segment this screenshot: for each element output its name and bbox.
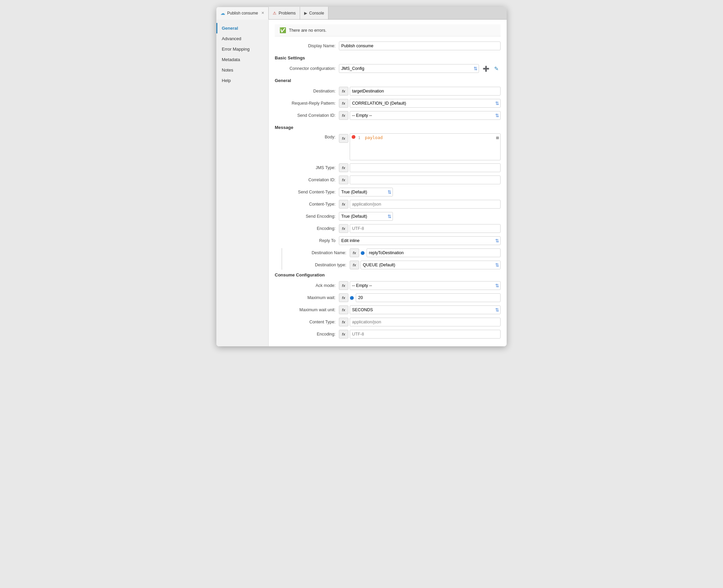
correlation-id-control: fx	[339, 175, 501, 184]
sidebar: General Advanced Error Mapping Metadata …	[216, 20, 269, 346]
ack-mode-select-wrap: -- Empty -- ⇅	[350, 281, 501, 290]
connector-config-select-wrap: JMS_Config ⇅	[339, 64, 479, 73]
sidebar-item-advanced[interactable]: Advanced	[216, 34, 268, 44]
destination-name-fx-button[interactable]: fx	[350, 248, 359, 257]
send-correlation-row: Send Correlation ID: fx -- Empty -- ⇅	[275, 111, 501, 120]
ack-mode-fx-button[interactable]: fx	[339, 281, 348, 290]
connector-config-label: Connector configuration:	[275, 66, 339, 71]
tab-bar: ☁ Publish consume ✕ ⚠ Problems ▶ Console	[216, 7, 507, 20]
destination-type-select[interactable]: QUEUE (Default)	[361, 260, 501, 269]
ack-mode-select[interactable]: -- Empty --	[350, 281, 501, 290]
body-ml-icon: 🔴	[352, 135, 356, 140]
tab-problems-label: Problems	[278, 11, 296, 16]
content-type2-control: fx	[339, 318, 501, 327]
content-type-fx-button[interactable]: fx	[339, 200, 348, 209]
send-content-type-label: Send Content-Type:	[275, 190, 339, 194]
tab-console[interactable]: ▶ Console	[300, 7, 328, 19]
status-bar: ✅ There are no errors.	[275, 24, 501, 37]
body-expand-icon[interactable]: ⊞	[496, 135, 499, 141]
destination-type-select-wrap: QUEUE (Default) ⇅	[361, 260, 501, 269]
content-type-input[interactable]	[350, 200, 501, 209]
encoding2-input[interactable]	[350, 330, 501, 339]
max-wait-fx-button[interactable]: fx	[339, 293, 348, 302]
send-correlation-select[interactable]: -- Empty --	[350, 111, 501, 120]
send-encoding-row: Send Encoding: True (Default) ⇅	[275, 212, 501, 221]
send-encoding-control: True (Default) ⇅	[339, 212, 501, 221]
max-wait-row: Maximum wait: fx 🔵	[275, 293, 501, 302]
destination-type-row: Destination type: fx QUEUE (Default) ⇅	[285, 260, 501, 270]
body-row: Body: fx 🔴 1 payload ⊞	[275, 133, 501, 160]
display-name-input[interactable]	[339, 42, 501, 50]
main-area: General Advanced Error Mapping Metadata …	[216, 20, 507, 346]
add-connector-button[interactable]: ➕	[482, 64, 490, 73]
send-correlation-control: fx -- Empty -- ⇅	[339, 111, 501, 120]
destination-label: Destination:	[275, 89, 339, 93]
display-name-row: Display Name:	[275, 41, 501, 50]
send-encoding-select-wrap: True (Default) ⇅	[339, 212, 393, 221]
max-wait-unit-select[interactable]: SECONDS	[350, 306, 501, 314]
ack-mode-row: Ack mode: fx -- Empty -- ⇅	[275, 281, 501, 290]
sidebar-item-help[interactable]: Help	[216, 75, 268, 86]
destination-fx-button[interactable]: fx	[339, 87, 348, 96]
reply-to-select[interactable]: Edit inline	[339, 236, 501, 245]
encoding-control: fx	[339, 224, 501, 233]
send-encoding-label: Send Encoding:	[275, 214, 339, 219]
edit-connector-button[interactable]: ✎	[492, 64, 501, 73]
request-reply-row: Request-Reply Pattern: fx CORRELATION_ID…	[275, 99, 501, 108]
destination-input[interactable]	[350, 87, 501, 96]
sidebar-item-notes[interactable]: Notes	[216, 65, 268, 75]
destination-type-fx-button[interactable]: fx	[350, 260, 359, 269]
max-wait-input[interactable]	[356, 293, 501, 302]
send-correlation-fx-button[interactable]: fx	[339, 111, 348, 120]
encoding-label: Encoding:	[275, 226, 339, 231]
body-label: Body:	[275, 133, 339, 140]
encoding-row: Encoding: fx	[275, 224, 501, 233]
ack-mode-control: fx -- Empty -- ⇅	[339, 281, 501, 290]
jms-type-input[interactable]	[350, 163, 501, 172]
body-line-number: 1	[358, 135, 363, 140]
sidebar-item-metadata[interactable]: Metadata	[216, 54, 268, 65]
connector-config-select[interactable]: JMS_Config	[339, 64, 479, 73]
encoding-input[interactable]	[350, 224, 501, 233]
tab-console-label: Console	[309, 11, 324, 16]
max-wait-unit-control: fx SECONDS ⇅	[339, 306, 501, 314]
destination-control: fx	[339, 87, 501, 96]
content-type2-label: Content Type:	[275, 320, 339, 324]
request-reply-select[interactable]: CORRELATION_ID (Default)	[350, 99, 501, 108]
request-reply-fx-button[interactable]: fx	[339, 99, 348, 108]
reply-to-row: Reply To Edit inline ⇅	[275, 236, 501, 245]
encoding-fx-button[interactable]: fx	[339, 224, 348, 233]
tab-problems[interactable]: ⚠ Problems	[269, 7, 300, 19]
encoding2-fx-button[interactable]: fx	[339, 330, 348, 339]
basic-settings-title: Basic Settings	[275, 55, 501, 60]
request-reply-select-wrap: CORRELATION_ID (Default) ⇅	[350, 99, 501, 108]
body-fx-button[interactable]: fx	[339, 134, 348, 143]
encoding2-label: Encoding:	[275, 332, 339, 337]
jms-type-label: JMS Type:	[275, 165, 339, 170]
sidebar-item-general[interactable]: General	[216, 23, 268, 34]
console-icon: ▶	[304, 11, 307, 16]
request-reply-control: fx CORRELATION_ID (Default) ⇅	[339, 99, 501, 108]
connector-config-row: Connector configuration: JMS_Config ⇅ ➕ …	[275, 64, 501, 73]
tab-close-icon[interactable]: ✕	[261, 11, 264, 15]
correlation-id-input[interactable]	[350, 175, 501, 184]
destination-name-input[interactable]	[366, 248, 501, 257]
body-editor[interactable]: 🔴 1 payload ⊞	[350, 133, 501, 160]
sidebar-item-error-mapping[interactable]: Error Mapping	[216, 44, 268, 54]
tab-publish-consume[interactable]: ☁ Publish consume ✕	[216, 7, 269, 20]
correlation-id-fx-button[interactable]: fx	[339, 175, 348, 184]
tab-publish-consume-label: Publish consume	[227, 11, 258, 16]
max-wait-unit-select-wrap: SECONDS ⇅	[350, 306, 501, 314]
send-content-type-select[interactable]: True (Default)	[339, 188, 393, 196]
jms-type-fx-button[interactable]: fx	[339, 163, 348, 172]
content-type2-input[interactable]	[350, 318, 501, 327]
destination-name-label: Destination Name:	[285, 250, 350, 255]
connector-config-control: JMS_Config ⇅ ➕ ✎	[339, 64, 501, 73]
destination-row: Destination: fx	[275, 86, 501, 96]
encoding2-row: Encoding: fx	[275, 330, 501, 339]
max-wait-unit-fx-button[interactable]: fx	[339, 306, 348, 314]
content-type2-fx-button[interactable]: fx	[339, 318, 348, 327]
status-message: There are no errors.	[289, 28, 326, 33]
send-encoding-select[interactable]: True (Default)	[339, 212, 393, 221]
content-type2-row: Content Type: fx	[275, 317, 501, 327]
